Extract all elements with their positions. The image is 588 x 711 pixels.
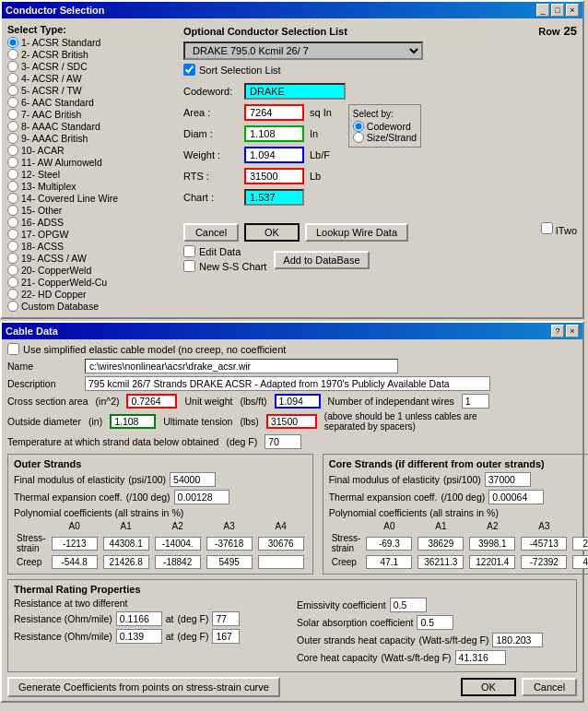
radio-item-22[interactable]: 22- HD Copper xyxy=(7,289,178,300)
radio-item-15[interactable]: 15- Other xyxy=(7,205,178,216)
core-creep-a0[interactable] xyxy=(366,555,412,569)
outer-creep-a3[interactable] xyxy=(206,555,253,569)
core-creep-a2[interactable] xyxy=(469,555,515,569)
emissivity-input[interactable] xyxy=(390,598,427,612)
core-heat-input[interactable] xyxy=(455,650,506,665)
temp-input[interactable] xyxy=(265,434,301,449)
name-input[interactable] xyxy=(85,359,398,373)
radio-acsr-aw[interactable] xyxy=(7,73,18,84)
radio-acar[interactable] xyxy=(7,145,18,156)
radio-copperweld-cu[interactable] xyxy=(7,277,18,288)
radio-aaac-british[interactable] xyxy=(7,133,18,144)
res2-temp-input[interactable] xyxy=(212,629,240,644)
new-ss-checkbox[interactable] xyxy=(183,260,195,272)
cable-close-button[interactable]: × xyxy=(566,325,579,338)
radio-acsr-standard[interactable] xyxy=(7,37,18,48)
cross-section-input[interactable] xyxy=(126,394,177,409)
radio-item-2[interactable]: 2- ACSR British xyxy=(7,49,178,60)
radio-adss[interactable] xyxy=(7,217,18,228)
radio-acsr-tw[interactable] xyxy=(7,85,18,96)
sort-checkbox[interactable] xyxy=(183,64,195,76)
radio-opgw[interactable] xyxy=(7,229,18,240)
radio-item-11[interactable]: 11- AW Alumoweld xyxy=(7,157,178,168)
res1-input[interactable] xyxy=(116,611,162,626)
outer-final-mod-input[interactable] xyxy=(170,472,216,487)
cable-ok-button[interactable]: OK xyxy=(461,678,516,696)
maximize-button[interactable]: □ xyxy=(551,4,564,17)
radio-item-12[interactable]: 12- Steel xyxy=(7,169,178,180)
radio-size-strand[interactable] xyxy=(353,132,364,143)
radio-codeword[interactable] xyxy=(353,121,364,132)
itwo-checkbox[interactable] xyxy=(541,222,553,234)
radio-item-18[interactable]: 18- ACSS xyxy=(7,241,178,252)
radio-acss-aw[interactable] xyxy=(7,253,18,264)
close-button[interactable]: × xyxy=(566,4,579,17)
radio-acss[interactable] xyxy=(7,241,18,252)
radio-multiplex[interactable] xyxy=(7,181,18,192)
core-creep-a4[interactable] xyxy=(572,555,588,569)
outer-stress-a2[interactable] xyxy=(155,537,201,551)
cancel-button[interactable]: Cancel xyxy=(183,223,239,242)
radio-item-14[interactable]: 14- Covered Line Wire xyxy=(7,193,178,204)
outer-stress-a0[interactable] xyxy=(52,537,98,551)
radio-hd-copper[interactable] xyxy=(7,289,18,300)
ok-button[interactable]: OK xyxy=(244,223,300,242)
ult-tension-input[interactable] xyxy=(266,414,317,429)
lookup-button[interactable]: Lookup Wire Data xyxy=(305,223,408,242)
simplified-checkbox[interactable] xyxy=(7,343,19,355)
radio-acsr-british[interactable] xyxy=(7,49,18,60)
generate-coefficients-button[interactable]: Generate Coefficients from points on str… xyxy=(7,677,280,697)
outer-creep-a2[interactable] xyxy=(155,555,201,569)
radio-copperweld[interactable] xyxy=(7,265,18,276)
radio-item-10[interactable]: 10- ACAR xyxy=(7,145,178,156)
minimize-button[interactable]: _ xyxy=(536,4,549,17)
radio-item-3[interactable]: 3- ACSR / SDC xyxy=(7,61,178,72)
unit-weight-input[interactable] xyxy=(275,394,321,409)
codeword-input[interactable] xyxy=(244,83,346,100)
outer-stress-a3[interactable] xyxy=(206,537,253,551)
area-input[interactable] xyxy=(244,104,304,121)
radio-item-1[interactable]: 1- ACSR Standard xyxy=(7,37,178,48)
radio-item-4[interactable]: 4- ACSR / AW xyxy=(7,73,178,84)
outside-diam-input[interactable] xyxy=(110,414,156,429)
radio-item-13[interactable]: 13- Multiplex xyxy=(7,181,178,192)
cable-help-button[interactable]: ? xyxy=(551,325,564,338)
core-final-mod-input[interactable] xyxy=(485,472,531,487)
add-db-button[interactable]: Add to DataBase xyxy=(274,251,369,269)
num-wires-input[interactable] xyxy=(462,394,489,409)
radio-aw-alumoweld[interactable] xyxy=(7,157,18,168)
outer-stress-a1[interactable] xyxy=(103,537,149,551)
radio-custom[interactable] xyxy=(7,301,18,312)
radio-item-9[interactable]: 9- AAAC British xyxy=(7,133,178,144)
radio-item-custom[interactable]: Custom Database xyxy=(7,301,178,312)
edit-data-checkbox[interactable] xyxy=(183,245,195,257)
cable-cancel-button[interactable]: Cancel xyxy=(522,678,577,696)
core-stress-a2[interactable] xyxy=(469,537,515,551)
radio-acsr-sdc[interactable] xyxy=(7,61,18,72)
core-creep-a3[interactable] xyxy=(521,555,567,569)
rts-input[interactable] xyxy=(244,168,304,184)
radio-item-8[interactable]: 8- AAAC Standard xyxy=(7,121,178,132)
radio-item-17[interactable]: 17- OPGW xyxy=(7,229,178,240)
weight-input[interactable] xyxy=(244,147,304,163)
core-creep-a1[interactable] xyxy=(417,555,464,569)
radio-item-7[interactable]: 7- AAC British xyxy=(7,109,178,120)
radio-other[interactable] xyxy=(7,205,18,216)
radio-item-20[interactable]: 20- CopperWeld xyxy=(7,265,178,276)
radio-covered[interactable] xyxy=(7,193,18,204)
description-input[interactable] xyxy=(85,376,490,391)
radio-aac-standard[interactable] xyxy=(7,97,18,108)
outer-thermal-input[interactable] xyxy=(174,490,229,504)
core-stress-a1[interactable] xyxy=(417,537,464,551)
select-by-size[interactable]: Size/Strand xyxy=(353,132,417,143)
radio-item-5[interactable]: 5- ACSR / TW xyxy=(7,85,178,96)
outer-creep-a1[interactable] xyxy=(103,555,149,569)
chart-input[interactable] xyxy=(244,189,304,206)
core-stress-a0[interactable] xyxy=(366,537,412,551)
outer-stress-a4[interactable] xyxy=(258,537,304,551)
core-thermal-input[interactable] xyxy=(488,490,544,504)
outer-creep-a0[interactable] xyxy=(52,555,98,569)
res1-temp-input[interactable] xyxy=(212,611,240,626)
conductor-dropdown[interactable]: DRAKE 795.0 Kcmil 26/ 7 xyxy=(183,41,423,60)
radio-steel[interactable] xyxy=(7,169,18,180)
